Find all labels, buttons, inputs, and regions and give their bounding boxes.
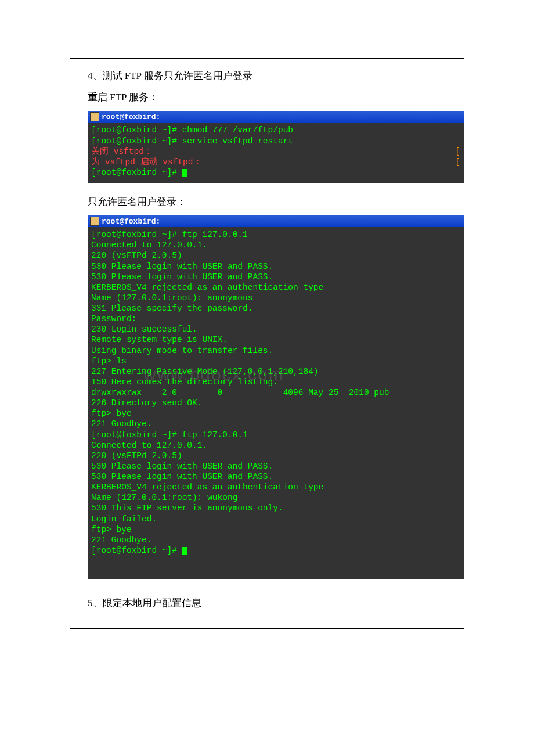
t2-line-9: Password:	[91, 314, 136, 323]
t1-line-5: [root@foxbird ~]#	[91, 168, 182, 177]
t1-line-3a: 关闭 vsftpd：	[91, 147, 153, 156]
t2-line-7: Name (127.0.0.1:root): anonymous	[91, 293, 252, 303]
anon-login-label: 只允许匿名用户登录：	[88, 194, 464, 210]
t2-line-10: 230 Login successful.	[91, 325, 197, 334]
t2-line-29: ftp> bye	[91, 525, 132, 534]
t2-line-16: drwxrwxrwx 2 0 0 4096 May 25 2010 pub	[91, 388, 389, 397]
terminal-1-wrap: root@foxbird: [root@foxbird ~]# chmod 77…	[88, 111, 464, 183]
terminal-1-titlebar: root@foxbird:	[88, 111, 464, 123]
t2-line-28: Login failed.	[91, 514, 157, 524]
t2-line-12: Using binary mode to transfer files.	[91, 346, 273, 355]
terminal-1-body: [root@foxbird ~]# chmod 777 /var/ftp/pub…	[88, 123, 464, 183]
t2-line-24: 530 Please login with USER and PASS.	[91, 472, 273, 481]
t2-line-23: 530 Please login with USER and PASS.	[91, 462, 273, 471]
t2-line-20: [root@foxbird ~]# ftp 127.0.0.1	[91, 430, 248, 440]
section-4-heading: 4、测试 FTP 服务只允许匿名用户登录	[88, 68, 464, 84]
document-content: 4、测试 FTP 服务只允许匿名用户登录 重启 FTP 服务： root@fox…	[70, 59, 464, 628]
terminal-icon	[90, 112, 99, 121]
t2-line-5: 530 Please login with USER and PASS.	[91, 272, 273, 282]
t1-line-3b: [	[455, 146, 460, 157]
t2-line-11: Remote system type is UNIX.	[91, 335, 228, 344]
terminal-2-wrap: root@foxbird: [root@foxbird ~]# ftp 127.…	[88, 215, 464, 579]
t2-line-21: Connected to 127.0.0.1.	[91, 441, 207, 450]
t2-line-1: [root@foxbird ~]# ftp 127.0.0.1	[91, 230, 248, 239]
t2-line-6: KERBEROS_V4 rejected as an authenticatio…	[91, 283, 323, 292]
t2-line-14: 227 Entering Passive Mode (127,0,0,1,210…	[91, 367, 319, 376]
terminal-2-title: root@foxbird:	[102, 217, 160, 226]
terminal-2-body: [root@foxbird ~]# ftp 127.0.0.1 Connecte…	[88, 227, 464, 579]
restart-ftp-label: 重启 FTP 服务：	[88, 89, 464, 105]
t2-line-3: 220 (vsFTPd 2.0.5)	[91, 251, 182, 260]
t2-line-19: 221 Goodbye.	[91, 419, 151, 429]
t2-line-8: 331 Please specify the password.	[91, 304, 252, 313]
section-5-heading: 5、限定本地用户配置信息	[88, 595, 464, 611]
terminal-2-titlebar: root@foxbird:	[88, 215, 464, 227]
page-border: 4、测试 FTP 服务只允许匿名用户登录 重启 FTP 服务： root@fox…	[70, 58, 464, 629]
t2-line-26: Name (127.0.0.1:root): wukong	[91, 493, 237, 502]
t2-line-30: 221 Goodbye.	[91, 535, 151, 545]
t2-line-4: 530 Please login with USER and PASS.	[91, 262, 273, 271]
t1-line-1: [root@foxbird ~]# chmod 777 /var/ftp/pub	[91, 125, 293, 135]
t2-line-22: 220 (vsFTPd 2.0.5)	[91, 451, 182, 460]
t2-line-31: [root@foxbird ~]#	[91, 546, 182, 555]
t2-line-18: ftp> bye	[91, 409, 132, 418]
terminal-icon	[90, 217, 99, 226]
t1-line-4a: 为 vsftpd 启动 vsftpd：	[91, 157, 202, 167]
cursor-icon	[182, 547, 187, 555]
t2-line-25: KERBEROS_V4 rejected as an authenticatio…	[91, 483, 323, 492]
t1-line-4b: [	[455, 157, 460, 167]
t2-line-15: 150 Here comes the directory listing.	[91, 377, 278, 387]
t2-line-17: 226 Directory send OK.	[91, 398, 202, 408]
t2-line-13: ftp> ls	[91, 357, 127, 366]
t2-line-2: Connected to 127.0.0.1.	[91, 240, 207, 250]
t1-line-2: [root@foxbird ~]# service vsftpd restart	[91, 136, 293, 146]
terminal-1-title: root@foxbird:	[102, 113, 160, 121]
cursor-icon	[182, 169, 187, 177]
t2-line-27: 530 This FTP server is anonymous only.	[91, 503, 283, 513]
